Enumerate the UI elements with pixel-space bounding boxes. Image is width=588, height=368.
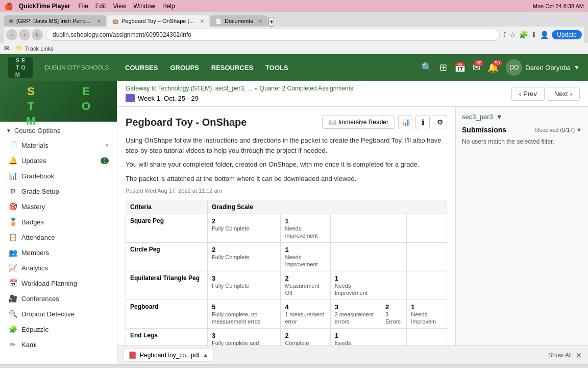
mac-edit-menu[interactable]: Edit (95, 3, 106, 10)
table-row: Square Peg 2Fully Complete 1Needs Improv… (126, 214, 447, 243)
close-tab-docs[interactable]: ✕ (258, 18, 262, 24)
mac-help-menu[interactable]: Help (162, 3, 175, 10)
breadcrumb-path1[interactable]: Gateway to Technology (STEM): sec3_per3,… (126, 85, 253, 92)
sidebar-label-conferences: Conferences (21, 295, 59, 303)
sidebar-item-materials[interactable]: 📄 Materials ▾ (0, 137, 117, 153)
address-bar[interactable]: dublin.schoology.com/assignment/60950243… (46, 29, 500, 41)
sidebar-item-updates[interactable]: 🔔 Updates 1 (0, 153, 117, 168)
close-tab-gmail[interactable]: ✕ (97, 18, 101, 24)
bookmark-label-track: Track Links (25, 45, 54, 52)
sidebar-item-workload[interactable]: 📅 Workload Planning (0, 275, 117, 291)
table-row: Circle Peg 2Fully Complete 1Needs Improv… (126, 243, 447, 271)
breadcrumb-bar: Gateway to Technology (STEM): sec3_per3,… (117, 81, 588, 107)
grade-cell (381, 243, 406, 271)
bookmark-track-links[interactable]: 📁 Track Links (16, 45, 54, 52)
notifications-icon[interactable]: 🔔 50 (487, 62, 499, 73)
grade-cell: 1Needs Improvement (330, 329, 381, 346)
show-all-button[interactable]: Show All (548, 352, 572, 359)
table-row: Pegboard 5Fully complete, no measurement… (126, 300, 447, 329)
tab-label-gmail: [GRP: Davis MS] Irish Period ... (16, 18, 92, 24)
settings-icon-button[interactable]: ⚙ (433, 115, 447, 129)
sidebar-item-attendance[interactable]: 📋 Attendance (0, 229, 117, 245)
breadcrumb-sep: ▸ (255, 85, 258, 92)
received-dropdown: ▼ (576, 127, 582, 133)
content-area: Gateway to Technology (STEM): sec3_per3,… (117, 81, 588, 364)
sidebar-item-grade-setup[interactable]: ⚙ Grade Setup (0, 183, 117, 199)
user-avatar[interactable]: DO Daren Obrynba ▼ (506, 59, 580, 76)
share-icon[interactable]: ⤴ (503, 31, 506, 39)
updates-badge: 1 (101, 157, 109, 164)
sidebar-item-badges[interactable]: 🏅 Badges (0, 214, 117, 229)
apple-icon[interactable]: 🍎 (4, 2, 13, 10)
sidebar-section: ▼ Course Options 📄 Materials ▾ 🔔 Updates… (0, 122, 117, 354)
next-button[interactable]: Next › (547, 87, 580, 101)
grade-cell: 23 Errors (381, 300, 406, 329)
dropout-icon: 🔍 (8, 310, 17, 318)
prev-button[interactable]: ‹ Prev (511, 87, 545, 101)
grade-cell: 1Needs Improvement (281, 243, 330, 271)
grade-cell: 32 measurement errors (330, 300, 381, 329)
mac-file-menu[interactable]: File (79, 3, 88, 10)
info-icon-button[interactable]: ℹ (415, 115, 430, 129)
section-filter-label: sec3_per3 (462, 113, 493, 121)
nav-resources[interactable]: RESOURCES (211, 62, 253, 74)
grade-cell: 2Fully Complete (208, 214, 281, 243)
mac-window-menu[interactable]: Window (133, 3, 155, 10)
nav-courses[interactable]: COURSES (125, 62, 158, 74)
grade-cell (381, 214, 406, 243)
chart-icon-button[interactable]: 📊 (398, 115, 412, 129)
sidebar-item-gradebook[interactable]: 📊 Gradebook (0, 168, 117, 183)
close-tab-schoology[interactable]: ✕ (200, 18, 204, 24)
new-tab-button[interactable]: + (268, 17, 275, 27)
nav-tools[interactable]: TOOLS (265, 62, 288, 74)
sidebar-item-edpuzzle[interactable]: 🧩 Edpuzzle (0, 321, 117, 337)
mastery-icon: 🎯 (8, 202, 17, 211)
back-button[interactable]: ‹ (6, 29, 17, 40)
materials-icon: 📄 (8, 141, 17, 149)
close-download-button[interactable]: ✕ (576, 351, 582, 359)
download-icon[interactable]: ⬇ (531, 31, 537, 39)
tab-schoology[interactable]: 🏫 Pegboard Toy – OnShape | Sch... ✕ (107, 15, 209, 27)
course-options-header[interactable]: ▼ Course Options (0, 124, 117, 137)
forward-button[interactable]: › (19, 29, 30, 40)
breadcrumb-path2[interactable]: Quarter 2 Completed Assignments (260, 85, 353, 92)
messages-icon[interactable]: ✉ 35 (473, 62, 480, 73)
update-button[interactable]: Update (552, 30, 582, 39)
mac-time: Mon Oct 24 8:38 AM (533, 3, 584, 9)
materials-arrow: ▾ (106, 142, 109, 149)
assignment-title-row: Pegboard Toy - OnShape 📖 Immersive Reade… (126, 115, 447, 129)
bookmark-icon[interactable]: ☆ (509, 31, 516, 39)
user-icon[interactable]: 👤 (540, 31, 549, 39)
sidebar-item-conferences[interactable]: 🎥 Conferences (0, 291, 117, 306)
sidebar-item-analytics[interactable]: 📈 Analytics (0, 260, 117, 275)
description-1: Using OnShape follow the instructions an… (126, 135, 447, 155)
sidebar-label-workload: Workload Planning (21, 280, 77, 287)
search-icon[interactable]: 🔍 (421, 62, 432, 73)
sidebar-item-kami[interactable]: ✏ Kami (0, 337, 117, 352)
mac-view-menu[interactable]: View (113, 3, 127, 10)
sidebar-item-members[interactable]: 👥 Members (0, 245, 117, 260)
user-name: Daren Obrynba (525, 64, 571, 72)
grade-cell (330, 214, 381, 243)
url-text: dublin.schoology.com/assignment/60950243… (53, 31, 191, 38)
grid-icon[interactable]: ⊞ (439, 62, 447, 73)
sidebar-label-gradebook: Gradebook (21, 172, 54, 180)
tab-docs[interactable]: 📄 Documents ✕ (210, 15, 267, 27)
section-filter[interactable]: sec3_per3 ▼ (462, 113, 582, 121)
extension-icon[interactable]: 🧩 (519, 31, 528, 39)
criteria-pegboard: Pegboard (126, 300, 208, 329)
nav-groups[interactable]: GROUPS (170, 62, 199, 74)
edpuzzle-icon: 🧩 (8, 325, 17, 333)
tab-gmail[interactable]: ✉ [GRP: Davis MS] Irish Period ... ✕ (4, 15, 106, 27)
sidebar-item-dropout[interactable]: 🔍 Dropout Detective (0, 306, 117, 321)
course-options-label: Course Options (14, 127, 60, 134)
grade-cell: 2Complete (281, 329, 330, 346)
download-item[interactable]: 📕 PegboardToy_co...pdf ▲ (124, 349, 213, 362)
refresh-button[interactable]: ↻ (32, 29, 43, 40)
user-dropdown-icon[interactable]: ▼ (574, 64, 580, 71)
received-badge[interactable]: Received (0/17) ▼ (535, 127, 582, 133)
calendar-icon[interactable]: 📅 (454, 62, 465, 73)
sidebar-item-mastery[interactable]: 🎯 Mastery (0, 199, 117, 214)
download-expand-button[interactable]: ▲ (203, 352, 209, 359)
immersive-reader-button[interactable]: 📖 Immersive Reader (322, 116, 395, 129)
